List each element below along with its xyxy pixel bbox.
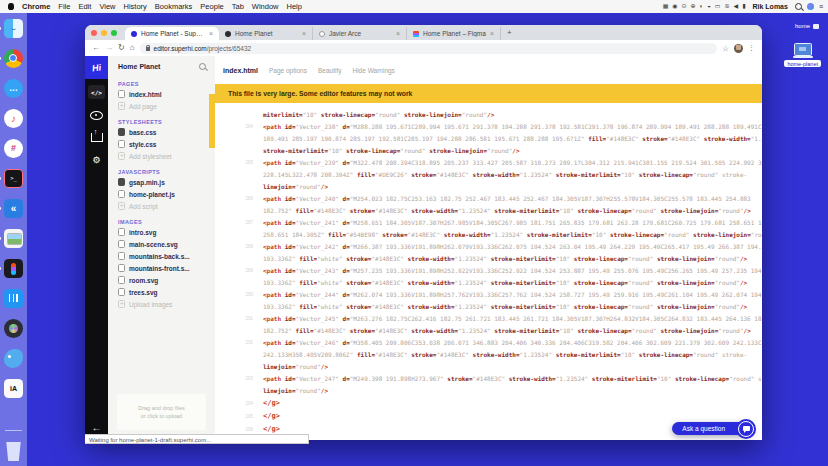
- sidebar-item-add-script[interactable]: Add script: [118, 202, 215, 210]
- siri-icon[interactable]: [807, 3, 814, 10]
- tab-close-icon[interactable]: ×: [490, 30, 494, 37]
- ask-a-question-button[interactable]: Ask a question: [672, 422, 753, 435]
- code-row[interactable]: 193.336Z" fill="white" stroke="#148E3C" …: [215, 253, 762, 265]
- sidebar-item-main-scene-svg[interactable]: main-scene.svg: [118, 240, 215, 248]
- code-row[interactable]: 193.336Z" fill="white" stroke="#148E3C" …: [215, 301, 762, 313]
- code-row[interactable]: miterlimit="10" stroke-linecap="round" s…: [215, 109, 762, 121]
- figma-dock-icon[interactable]: [4, 259, 23, 278]
- menu-item-view[interactable]: View: [99, 2, 115, 11]
- tab-close-icon[interactable]: ×: [396, 30, 400, 37]
- code-row[interactable]: 293<path id="Vector_247" d="M249.398 191…: [215, 373, 762, 385]
- menubar-status-icon[interactable]: ◀: [734, 0, 739, 13]
- notification-center-icon[interactable]: ≡: [819, 3, 823, 10]
- vscode-dock-icon[interactable]: «: [4, 199, 23, 218]
- menu-item-edit[interactable]: Edit: [78, 2, 91, 11]
- code-row[interactable]: 193.336Z" fill="white" stroke="#148E3C" …: [215, 277, 762, 289]
- slack-dock-icon[interactable]: #: [4, 139, 23, 158]
- apple-menu-icon[interactable]: [8, 3, 14, 10]
- desktop-item-home[interactable]: home: [795, 23, 819, 29]
- code-row[interactable]: 287<path id="Vector_241" d="M258.651 184…: [215, 217, 762, 229]
- menubar-status-icon[interactable]: ◐: [700, 0, 704, 13]
- code-row[interactable]: 288<path id="Vector_242" d="M266.387 193…: [215, 241, 762, 253]
- menu-app-name[interactable]: Chrome: [22, 2, 50, 11]
- zoom-window-button[interactable]: [111, 30, 117, 36]
- browser-tab-home-planet[interactable]: Home Planet×: [219, 27, 313, 40]
- menu-item-file[interactable]: File: [58, 2, 70, 11]
- code-row[interactable]: stroke-miterlimit="10" stroke-linecap="r…: [215, 145, 762, 157]
- browser-menu-icon[interactable]: ⋮: [748, 44, 755, 52]
- menubar-status-icon[interactable]: ≋: [725, 0, 730, 13]
- sidebar-item-trees-svg[interactable]: trees.svg: [118, 288, 215, 296]
- sidebar-item-mountains-back-s[interactable]: mountains-back.s...: [118, 252, 215, 260]
- settings-gear-button[interactable]: ⚙: [92, 155, 100, 165]
- sidebar-item-gsap-min-js[interactable]: gsap.min.js: [118, 178, 215, 186]
- close-window-button[interactable]: [91, 30, 97, 36]
- code-row[interactable]: 285<path id="Vector_239" d="M322.478 208…: [215, 157, 762, 169]
- code-editor[interactable]: miterlimit="10" stroke-linecap="round" s…: [215, 103, 762, 440]
- sidebar-item-mountains-front-s[interactable]: mountains-front.s...: [118, 264, 215, 272]
- code-row[interactable]: 289<path id="Vector_243" d="M257.235 193…: [215, 265, 762, 277]
- editor-action-hide-warnings[interactable]: Hide Warnings: [352, 67, 394, 74]
- sidebar-item-style-css[interactable]: style.css: [118, 140, 215, 148]
- preview-eye-button[interactable]: [90, 111, 103, 120]
- menu-item-people[interactable]: People: [200, 2, 223, 11]
- code-row[interactable]: 182.752" fill="#148E3C" stroke="#148E3C"…: [215, 205, 762, 217]
- menubar-status-icon[interactable]: ◒: [707, 0, 711, 13]
- back-button[interactable]: ←: [92, 44, 100, 52]
- open-file-label[interactable]: index.html: [223, 67, 258, 74]
- menu-item-history[interactable]: History: [124, 2, 147, 11]
- tab-close-icon[interactable]: ×: [302, 30, 306, 37]
- code-row[interactable]: 292<path id="Vector_246" d="M358.405 209…: [215, 337, 762, 349]
- code-row[interactable]: 182.752" fill="#148E3C" stroke="#148E3C"…: [215, 325, 762, 337]
- terminal-dock-icon[interactable]: >_: [4, 169, 23, 188]
- browser-tab-home-planet-superhi[interactable]: Home Planet - SuperHi×: [125, 27, 219, 40]
- code-row[interactable]: 284<path id="Vector_238" d="M288.288 195…: [215, 121, 762, 133]
- file-dropzone[interactable]: Drag and drop files or click to upload: [117, 394, 206, 430]
- new-tab-button[interactable]: +: [507, 28, 512, 37]
- code-row[interactable]: 294</g>: [215, 397, 762, 410]
- sidebar-item-intro-svg[interactable]: intro.svg: [118, 228, 215, 236]
- back-arrow-button[interactable]: ←: [85, 422, 108, 433]
- ssl-lock-icon[interactable]: [146, 47, 150, 51]
- code-row[interactable]: 242.133H358.405V209.806Z" fill="#148E3C"…: [215, 349, 762, 361]
- menu-item-window[interactable]: Window: [252, 2, 279, 11]
- menu-item-tab[interactable]: Tab: [232, 2, 244, 11]
- menu-item-help[interactable]: Help: [287, 2, 302, 11]
- address-bar[interactable]: editor.superhi.com/projects/65432: [140, 43, 718, 54]
- menubar-status-icon[interactable]: ▦: [663, 0, 669, 13]
- forward-button[interactable]: →: [105, 44, 113, 52]
- code-row[interactable]: 286<path id="Vector_240" d="M254.023 182…: [215, 193, 762, 205]
- code-view-button[interactable]: </>: [88, 85, 105, 99]
- menu-user-name[interactable]: Rik Lomas: [753, 3, 788, 10]
- code-row[interactable]: 258.651 184.305Z" fill="#54BE98" stroke=…: [215, 229, 762, 241]
- reload-button[interactable]: ↻: [118, 44, 125, 52]
- editor-action-beautify[interactable]: Beautify: [318, 67, 342, 74]
- menubar-status-icon[interactable]: ▭: [715, 0, 721, 13]
- trash-dock-icon[interactable]: [4, 442, 23, 461]
- superhi-logo[interactable]: Hi: [85, 56, 108, 79]
- spotlight-search-icon[interactable]: [795, 3, 802, 10]
- sidebar-item-add-page[interactable]: Add page: [118, 102, 215, 110]
- home-button[interactable]: ⌂: [130, 44, 135, 52]
- code-row[interactable]: linejoin="round"/>: [215, 385, 762, 397]
- menubar-status-icon[interactable]: ▮: [742, 0, 745, 13]
- media-app-dock-icon[interactable]: [4, 319, 23, 338]
- desktop-item-home-planet[interactable]: home-planet: [784, 43, 821, 67]
- bookmark-star-icon[interactable]: ☆: [722, 44, 729, 53]
- sidebar-item-room-svg[interactable]: room.svg: [118, 276, 215, 284]
- browser-tab-home-planet-figma[interactable]: Home Planet – Figma×: [407, 27, 501, 40]
- code-row[interactable]: 228.145L322.478 208.394Z" fill="#DE9C26"…: [215, 169, 762, 181]
- browser-tab-javier-arce[interactable]: Javier Arce×: [313, 27, 407, 40]
- sidebar-item-index-html[interactable]: index.html: [118, 90, 215, 98]
- ia-writer-dock-icon[interactable]: iA: [4, 379, 23, 398]
- menubar-status-icon[interactable]: ◉: [672, 0, 677, 13]
- code-row[interactable]: 290<path id="Vector_244" d="M262.074 193…: [215, 289, 762, 301]
- preview-dock-icon[interactable]: [4, 229, 23, 248]
- chat-widget-button[interactable]: [736, 419, 756, 439]
- sidebar-search-icon[interactable]: [199, 63, 206, 70]
- finder-dock-icon[interactable]: ⌣: [4, 19, 23, 38]
- menubar-status-icon[interactable]: ⊙: [682, 0, 687, 13]
- chrome-dock-icon[interactable]: [4, 49, 23, 68]
- intercom-dock-icon[interactable]: [4, 289, 23, 308]
- sidebar-item-base-css[interactable]: base.css: [118, 128, 215, 136]
